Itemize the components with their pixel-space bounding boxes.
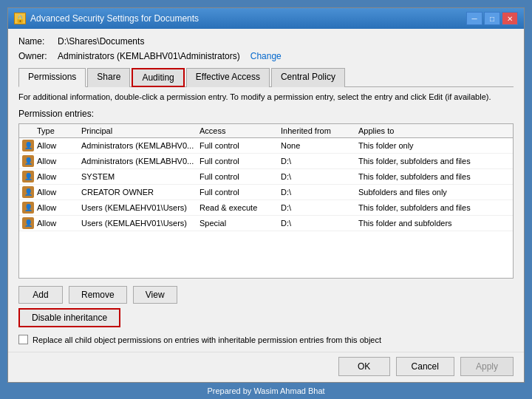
close-button[interactable]: ✕: [502, 12, 518, 25]
section-label: Permission entries:: [18, 109, 514, 119]
cell-inherited: None: [281, 141, 358, 150]
checkbox-row: Replace all child object permissions on …: [18, 335, 514, 344]
table-body: 👤 Allow Administrators (KEMLABHV0... Ful…: [19, 138, 513, 278]
ok-button[interactable]: OK: [338, 357, 390, 376]
row-icon: 👤: [22, 140, 34, 151]
cell-type: Allow: [37, 172, 81, 181]
table-header: Type Principal Access Inherited from App…: [19, 124, 513, 138]
cell-type: Allow: [37, 188, 81, 197]
table-row[interactable]: 👤 Allow CREATOR OWNER Full control D:\ S…: [19, 185, 513, 200]
view-button[interactable]: View: [133, 286, 177, 304]
col-header-access: Access: [200, 126, 281, 135]
cell-inherited: D:\: [281, 188, 358, 197]
cell-inherited: D:\: [281, 219, 358, 228]
remove-button[interactable]: Remove: [69, 286, 127, 304]
maximize-button[interactable]: □: [484, 12, 500, 25]
tab-share[interactable]: Share: [87, 68, 130, 87]
cell-access: Full control: [200, 141, 281, 150]
cell-access: Full control: [200, 172, 281, 181]
cell-inherited: D:\: [281, 172, 358, 181]
table-row[interactable]: 👤 Allow Administrators (KEMLABHV0... Ful…: [19, 154, 513, 169]
owner-row: Owner: Administrators (KEMLABHV01\Admini…: [18, 51, 514, 61]
cell-type: Allow: [37, 203, 81, 212]
info-text: For additional information, double-click…: [18, 92, 514, 103]
cell-inherited: D:\: [281, 157, 358, 166]
checkbox-label: Replace all child object permissions on …: [33, 335, 381, 344]
bottom-buttons: OK Cancel Apply: [8, 352, 524, 382]
col-header-type: Type: [37, 126, 81, 135]
cell-principal: Administrators (KEMLABHV0...: [81, 157, 200, 166]
cell-principal: Administrators (KEMLABHV0...: [81, 141, 200, 150]
owner-value: Administrators (KEMLABHV01\Administrator…: [58, 51, 240, 61]
cell-applies: Subfolders and files only: [358, 188, 510, 197]
permissions-table: Type Principal Access Inherited from App…: [18, 123, 514, 279]
cell-access: Full control: [200, 188, 281, 197]
col-header-inherited: Inherited from: [281, 126, 358, 135]
col-header-principal: Principal: [81, 126, 200, 135]
cancel-button[interactable]: Cancel: [396, 357, 454, 376]
name-row: Name: D:\Shares\Documents: [18, 36, 514, 47]
cell-principal: CREATOR OWNER: [81, 188, 200, 197]
cell-principal: SYSTEM: [81, 172, 200, 181]
row-icon: 👤: [22, 202, 34, 214]
row-icon: 👤: [22, 171, 34, 183]
change-link[interactable]: Change: [250, 51, 282, 61]
cell-applies: This folder and subfolders: [358, 219, 510, 228]
table-row[interactable]: 👤 Allow Users (KEMLAEHV01\Users) Read & …: [19, 200, 513, 216]
cell-applies: This folder, subfolders and files: [358, 157, 510, 166]
tab-central-policy[interactable]: Central Policy: [271, 68, 345, 87]
tab-auditing[interactable]: Auditing: [132, 68, 184, 87]
tabs-container: Permissions Share Auditing Effective Acc…: [18, 67, 514, 87]
apply-button[interactable]: Apply: [460, 357, 514, 376]
footer-text: Prepared by Wasim Ahmad Bhat: [207, 386, 324, 395]
tab-effective-access[interactable]: Effective Access: [186, 68, 270, 87]
owner-label: Owner:: [18, 51, 52, 61]
footer-bar: Prepared by Wasim Ahmad Bhat: [0, 383, 532, 399]
cell-access: Full control: [200, 157, 281, 166]
minimize-button[interactable]: ─: [466, 12, 482, 25]
col-header-applies: Applies to: [358, 126, 510, 135]
window-icon: 🔒: [14, 13, 26, 24]
row-icon: 👤: [22, 186, 34, 198]
disable-inheritance-button[interactable]: Disable inheritance: [18, 308, 120, 327]
title-bar: 🔒 Advanced Security Settings for Documen…: [8, 8, 524, 29]
row-icon: 👤: [22, 217, 34, 229]
cell-type: Allow: [37, 157, 81, 166]
add-button[interactable]: Add: [18, 286, 63, 304]
row-icon: 👤: [22, 155, 34, 167]
table-action-buttons: Add Remove View: [18, 286, 514, 304]
cell-inherited: D:\: [281, 203, 358, 212]
cell-access: Special: [200, 219, 281, 228]
cell-principal: Users (KEMLAEHV01\Users): [81, 219, 200, 228]
cell-type: Allow: [37, 141, 81, 150]
cell-applies: This folder only: [358, 141, 510, 150]
cell-access: Read & execute: [200, 203, 281, 212]
window-title: Advanced Security Settings for Documents: [30, 13, 199, 24]
name-value: D:\Shares\Documents: [58, 36, 144, 47]
cell-applies: This folder, subfolders and files: [358, 203, 510, 212]
cell-type: Allow: [37, 219, 81, 228]
table-row[interactable]: 👤 Allow Users (KEMLAEHV01\Users) Special…: [19, 216, 513, 231]
cell-applies: This folder, subfolders and files: [358, 172, 510, 181]
cell-principal: Users (KEMLAEHV01\Users): [81, 203, 200, 212]
table-row[interactable]: 👤 Allow SYSTEM Full control D:\ This fol…: [19, 169, 513, 185]
table-row[interactable]: 👤 Allow Administrators (KEMLABHV0... Ful…: [19, 138, 513, 154]
replace-checkbox[interactable]: [18, 335, 28, 344]
tab-permissions[interactable]: Permissions: [18, 68, 86, 87]
name-label: Name:: [18, 36, 52, 47]
